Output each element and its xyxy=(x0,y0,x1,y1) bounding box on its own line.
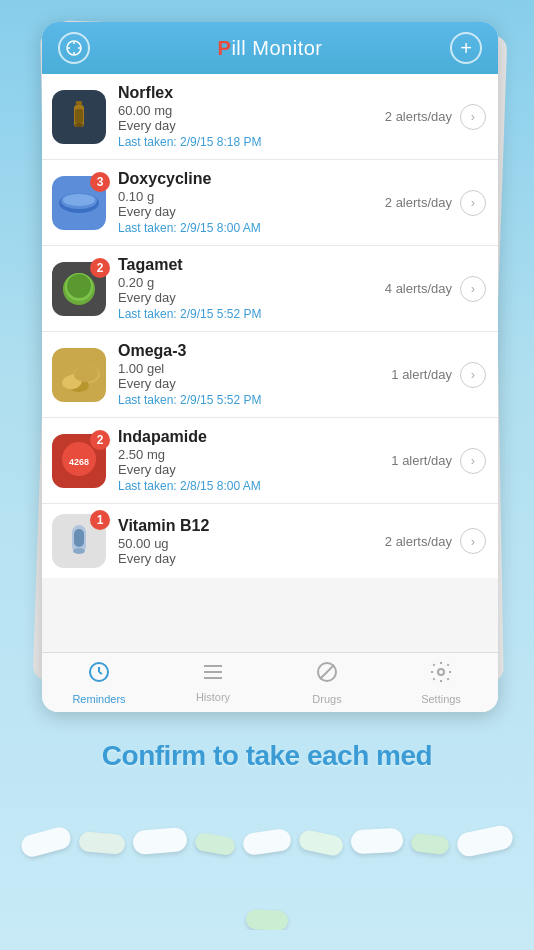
med-freq-indapamide: Every day xyxy=(118,462,391,477)
med-last-doxy: Last taken: 2/9/15 8:00 AM xyxy=(118,221,385,235)
med-chevron-doxy[interactable]: › xyxy=(460,190,486,216)
badge-doxy: 3 xyxy=(90,172,110,192)
svg-point-25 xyxy=(73,548,85,554)
med-icon-wrap-doxy: 3 xyxy=(52,176,106,230)
banner-text: Confirm to take each med xyxy=(102,740,432,772)
med-name-doxy: Doxycycline xyxy=(118,170,385,188)
med-icon-wrap-omega3 xyxy=(52,348,106,402)
med-item-vitb12[interactable]: 1 Vitamin B12 50.00 ug Every day 2 alert… xyxy=(42,504,498,578)
tab-reminders-label: Reminders xyxy=(72,693,125,705)
tab-settings[interactable]: Settings xyxy=(384,660,498,705)
med-alerts-indapamide: 1 alert/day xyxy=(391,453,452,468)
med-dose-indapamide: 2.50 mg xyxy=(118,447,391,462)
main-card: Pill Monitor + Norflex 60.00 m xyxy=(42,22,498,712)
medication-list: Norflex 60.00 mg Every day Last taken: 2… xyxy=(42,74,498,578)
add-button[interactable]: + xyxy=(450,32,482,64)
med-icon-wrap-indapamide: 4268 2 xyxy=(52,434,106,488)
med-alerts-omega3: 1 alert/day xyxy=(391,367,452,382)
svg-line-33 xyxy=(320,665,334,679)
med-icon-wrap-vitb12: 1 xyxy=(52,514,106,568)
svg-line-28 xyxy=(99,672,102,674)
svg-rect-5 xyxy=(76,101,82,105)
med-freq-doxy: Every day xyxy=(118,204,385,219)
med-chevron-norflex[interactable]: › xyxy=(460,104,486,130)
med-dose-tagamet: 0.20 g xyxy=(118,275,385,290)
med-icon-wrap-tagamet: 2 xyxy=(52,262,106,316)
med-name-tagamet: Tagamet xyxy=(118,256,385,274)
med-last-indapamide: Last taken: 2/8/15 8:00 AM xyxy=(118,479,391,493)
med-last-tagamet: Last taken: 2/9/15 5:52 PM xyxy=(118,307,385,321)
med-info-tagamet: Tagamet 0.20 g Every day Last taken: 2/9… xyxy=(118,256,385,321)
tab-bar: Reminders History Drugs xyxy=(42,652,498,712)
med-item-indapamide[interactable]: 4268 2 Indapamide 2.50 mg Every day Last… xyxy=(42,418,498,504)
svg-rect-24 xyxy=(74,529,84,547)
med-name-indapamide: Indapamide xyxy=(118,428,391,446)
med-info-doxy: Doxycycline 0.10 g Every day Last taken:… xyxy=(118,170,385,235)
tab-history-label: History xyxy=(196,691,230,703)
med-alerts-tagamet: 4 alerts/day xyxy=(385,281,452,296)
med-freq-vitb12: Every day xyxy=(118,551,385,566)
med-name-omega3: Omega-3 xyxy=(118,342,391,360)
badge-vitb12: 1 xyxy=(90,510,110,530)
settings-icon xyxy=(429,660,453,690)
med-dose-doxy: 0.10 g xyxy=(118,189,385,204)
med-alerts-vitb12: 2 alerts/day xyxy=(385,534,452,549)
badge-indapamide: 2 xyxy=(90,430,110,450)
svg-rect-7 xyxy=(75,109,83,123)
med-chevron-indapamide[interactable]: › xyxy=(460,448,486,474)
tab-drugs[interactable]: Drugs xyxy=(270,660,384,705)
med-alerts-doxy: 2 alerts/day xyxy=(385,195,452,210)
tab-settings-label: Settings xyxy=(421,693,461,705)
app-header: Pill Monitor + xyxy=(42,22,498,74)
pill-rest: ill xyxy=(231,37,246,59)
med-info-norflex: Norflex 60.00 mg Every day Last taken: 2… xyxy=(118,84,385,149)
svg-point-34 xyxy=(438,669,444,675)
svg-point-11 xyxy=(63,194,95,206)
app-title: Pill Monitor xyxy=(218,37,323,60)
pill-p: P xyxy=(218,37,232,59)
med-dose-norflex: 60.00 mg xyxy=(118,103,385,118)
med-item-doxy[interactable]: 3 Doxycycline 0.10 g Every day Last take… xyxy=(42,160,498,246)
med-icon-wrap-norflex xyxy=(52,90,106,144)
med-item-omega3[interactable]: Omega-3 1.00 gel Every day Last taken: 2… xyxy=(42,332,498,418)
tab-reminders[interactable]: Reminders xyxy=(42,660,156,705)
svg-point-8 xyxy=(75,123,83,127)
med-chevron-omega3[interactable]: › xyxy=(460,362,486,388)
med-info-vitb12: Vitamin B12 50.00 ug Every day xyxy=(118,517,385,566)
med-item-norflex[interactable]: Norflex 60.00 mg Every day Last taken: 2… xyxy=(42,74,498,160)
svg-point-14 xyxy=(67,274,91,298)
med-last-omega3: Last taken: 2/9/15 5:52 PM xyxy=(118,393,391,407)
tab-history[interactable]: History xyxy=(156,662,270,703)
history-icon xyxy=(201,662,225,688)
med-item-tagamet[interactable]: 2 Tagamet 0.20 g Every day Last taken: 2… xyxy=(42,246,498,332)
med-info-indapamide: Indapamide 2.50 mg Every day Last taken:… xyxy=(118,428,391,493)
med-dose-omega3: 1.00 gel xyxy=(118,361,391,376)
med-dose-vitb12: 50.00 ug xyxy=(118,536,385,551)
med-icon-omega3 xyxy=(52,348,106,402)
med-name-vitb12: Vitamin B12 xyxy=(118,517,385,535)
med-freq-omega3: Every day xyxy=(118,376,391,391)
badge-tagamet: 2 xyxy=(90,258,110,278)
med-alerts-norflex: 2 alerts/day xyxy=(385,109,452,124)
med-chevron-tagamet[interactable]: › xyxy=(460,276,486,302)
med-last-norflex: Last taken: 2/9/15 8:18 PM xyxy=(118,135,385,149)
reminders-icon xyxy=(87,660,111,690)
tab-drugs-label: Drugs xyxy=(312,693,341,705)
svg-text:4268: 4268 xyxy=(69,457,89,467)
med-name-norflex: Norflex xyxy=(118,84,385,102)
med-icon-norflex xyxy=(52,90,106,144)
med-chevron-vitb12[interactable]: › xyxy=(460,528,486,554)
med-freq-norflex: Every day xyxy=(118,118,385,133)
med-freq-tagamet: Every day xyxy=(118,290,385,305)
compass-button[interactable] xyxy=(58,32,90,64)
med-info-omega3: Omega-3 1.00 gel Every day Last taken: 2… xyxy=(118,342,391,407)
bottom-banner: Confirm to take each med xyxy=(0,720,534,950)
drugs-icon xyxy=(315,660,339,690)
monitor-label: Monitor xyxy=(246,37,322,59)
